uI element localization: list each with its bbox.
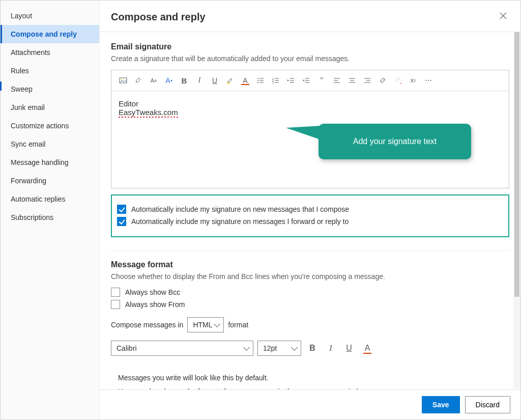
signature-toolbar: AA A▾ B I U A 123 ” x (111, 70, 509, 91)
sidebar-item-rules[interactable]: Rules (1, 62, 99, 80)
align-center-icon[interactable] (345, 74, 359, 87)
close-icon (499, 12, 507, 20)
sidebar-item-customize-actions[interactable]: Customize actions (1, 117, 99, 135)
sidebar-item-message-handling[interactable]: Message handling (1, 153, 99, 172)
annotation-text: Add your signature text (353, 137, 437, 146)
link-icon[interactable] (376, 74, 389, 87)
superscript-icon[interactable]: x2 (407, 74, 420, 87)
settings-sidebar: Layout Compose and reply Attachments Rul… (1, 1, 100, 419)
include-signature-reply-label: Automatically include my signature on me… (131, 217, 349, 226)
align-right-icon[interactable] (361, 74, 374, 87)
highlight-icon[interactable] (223, 74, 237, 87)
close-button[interactable] (497, 10, 509, 24)
always-show-from-label: Always show From (125, 300, 185, 309)
format-font-color-icon[interactable]: A (360, 341, 374, 355)
font-size-select[interactable]: 12pt (257, 341, 301, 356)
scrollbar-thumb[interactable] (514, 32, 519, 297)
font-color-icon[interactable]: A (239, 74, 252, 87)
email-signature-heading: Email signature (111, 42, 509, 51)
sidebar-item-layout[interactable]: Layout (1, 7, 99, 25)
preview-line-1: Messages you write will look like this b… (118, 371, 502, 385)
increase-indent-icon[interactable] (300, 74, 313, 87)
format-italic-icon[interactable]: I (324, 341, 338, 355)
sidebar-item-forwarding[interactable]: Forwarding (1, 172, 99, 190)
format-bold-icon[interactable]: B (305, 341, 320, 355)
include-signature-new-checkbox[interactable] (117, 205, 126, 214)
message-format-subtext: Choose whether to display the From and B… (111, 272, 509, 281)
annotation-callout: Add your signature text (319, 124, 471, 159)
always-show-bcc-checkbox[interactable] (111, 288, 120, 297)
bulleted-list-icon[interactable] (254, 74, 267, 87)
always-show-from-checkbox[interactable] (111, 300, 120, 309)
font-select-value: Calibri (117, 344, 137, 352)
font-select[interactable]: Calibri (111, 341, 253, 356)
discard-button[interactable]: Discard (465, 396, 510, 413)
insert-image-icon[interactable] (117, 74, 130, 87)
message-format-heading: Message format (111, 260, 509, 269)
sidebar-item-junk-email[interactable]: Junk email (1, 98, 99, 117)
decrease-indent-icon[interactable] (284, 74, 298, 87)
sidebar-item-compose-reply[interactable]: Compose and reply (1, 25, 99, 43)
sidebar-item-subscriptions[interactable]: Subscriptions (1, 208, 99, 227)
page-title: Compose and reply (111, 11, 206, 23)
sidebar-divider-accent (0, 81, 2, 91)
svg-point-4 (257, 80, 258, 81)
sidebar-item-automatic-replies[interactable]: Automatic replies (1, 190, 99, 208)
italic-icon[interactable]: I (193, 74, 206, 87)
include-signature-reply-checkbox[interactable] (117, 217, 126, 226)
compose-format-prefix: Compose messages in (111, 321, 183, 329)
unlink-icon[interactable] (391, 74, 404, 87)
bold-icon[interactable]: B (178, 74, 191, 87)
include-signature-new-label: Automatically include my signature on ne… (131, 205, 349, 213)
email-signature-subtext: Create a signature that will be automati… (111, 54, 509, 63)
more-options-icon[interactable]: ⋯ (422, 74, 435, 87)
save-button[interactable]: Save (422, 396, 460, 413)
font-size-decrease-icon[interactable]: AA (147, 74, 160, 87)
font-size-increase-icon[interactable]: A▾ (162, 74, 176, 87)
compose-format-suffix: format (228, 321, 248, 329)
signature-line-1: Editor (119, 99, 502, 108)
svg-text:3: 3 (272, 81, 274, 84)
signature-line-2: EasyTweaks.com (119, 108, 178, 117)
format-underline-icon[interactable]: U (342, 341, 356, 355)
sidebar-item-sync-email[interactable]: Sync email (1, 135, 99, 153)
font-size-value: 12pt (263, 344, 277, 352)
quote-icon[interactable]: ” (315, 74, 328, 87)
compose-format-value: HTML (193, 321, 212, 329)
svg-point-3 (257, 78, 258, 79)
always-show-bcc-label: Always show Bcc (125, 288, 180, 296)
footer: Save Discard (100, 389, 520, 419)
format-painter-icon[interactable] (132, 74, 145, 87)
align-left-icon[interactable] (330, 74, 343, 87)
sidebar-item-attachments[interactable]: Attachments (1, 43, 99, 62)
underline-icon[interactable]: U (208, 74, 221, 87)
svg-point-5 (257, 82, 258, 83)
svg-rect-2 (227, 83, 230, 84)
main-panel: Compose and reply Email signature Create… (100, 1, 520, 419)
compose-format-select[interactable]: HTML (187, 317, 224, 332)
header: Compose and reply (100, 1, 520, 32)
numbered-list-icon[interactable]: 123 (269, 74, 282, 87)
signature-options-highlight: Automatically include my signature on ne… (111, 194, 509, 237)
sidebar-item-sweep[interactable]: Sweep (1, 80, 99, 98)
